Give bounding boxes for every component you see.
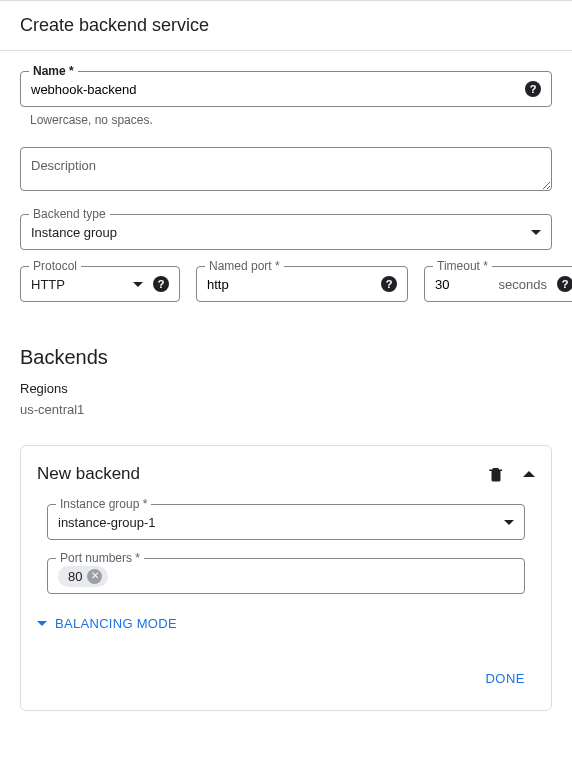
balancing-mode-toggle[interactable]: BALANCING MODE [37,616,535,631]
new-backend-title: New backend [37,464,487,484]
chevron-down-icon [504,520,514,525]
named-port-input[interactable] [207,277,375,292]
regions-label: Regions [20,381,552,396]
backend-type-field: Backend type Instance group [20,214,552,250]
chevron-down-icon [37,621,47,626]
port-numbers-input[interactable] [114,569,514,584]
name-field: Name * ? Lowercase, no spaces. [20,71,552,127]
help-icon[interactable]: ? [381,276,397,292]
name-label: Name * [29,64,78,78]
instance-group-value: instance-group-1 [58,515,498,530]
page-title: Create backend service [0,0,572,51]
regions-value: us-central1 [20,402,552,417]
done-button[interactable]: DONE [475,665,535,692]
name-helper: Lowercase, no spaces. [30,113,552,127]
timeout-label: Timeout * [433,259,492,273]
help-icon[interactable]: ? [525,81,541,97]
protocol-value: HTTP [31,277,127,292]
help-icon[interactable]: ? [153,276,169,292]
name-input[interactable] [31,82,519,97]
port-numbers-field: Port numbers * 80 ✕ [47,558,525,594]
backends-heading: Backends [20,346,552,369]
balancing-mode-label: BALANCING MODE [55,616,177,631]
timeout-field: Timeout * seconds ? [424,266,572,302]
backend-type-label: Backend type [29,207,110,221]
backend-type-value: Instance group [31,225,525,240]
timeout-input[interactable] [435,277,459,292]
instance-group-label: Instance group * [56,497,151,511]
name-input-box[interactable]: ? [20,71,552,107]
named-port-field: Named port * ? [196,266,408,302]
port-chip-value: 80 [68,569,82,584]
chevron-down-icon [133,282,143,287]
help-icon[interactable]: ? [557,276,572,292]
port-chip: 80 ✕ [58,566,108,587]
protocol-label: Protocol [29,259,81,273]
description-field [20,147,552,194]
protocol-field: Protocol HTTP ? [20,266,180,302]
chevron-down-icon [531,230,541,235]
page-title-text: Create backend service [20,15,209,35]
instance-group-field: Instance group * instance-group-1 [47,504,525,540]
trash-icon[interactable] [487,465,505,483]
named-port-label: Named port * [205,259,284,273]
port-numbers-label: Port numbers * [56,551,144,565]
chip-remove-icon[interactable]: ✕ [87,569,102,584]
description-input[interactable] [20,147,552,191]
chevron-up-icon[interactable] [523,471,535,477]
new-backend-card: New backend Instance group * instance-gr… [20,445,552,711]
timeout-unit: seconds [463,277,547,292]
